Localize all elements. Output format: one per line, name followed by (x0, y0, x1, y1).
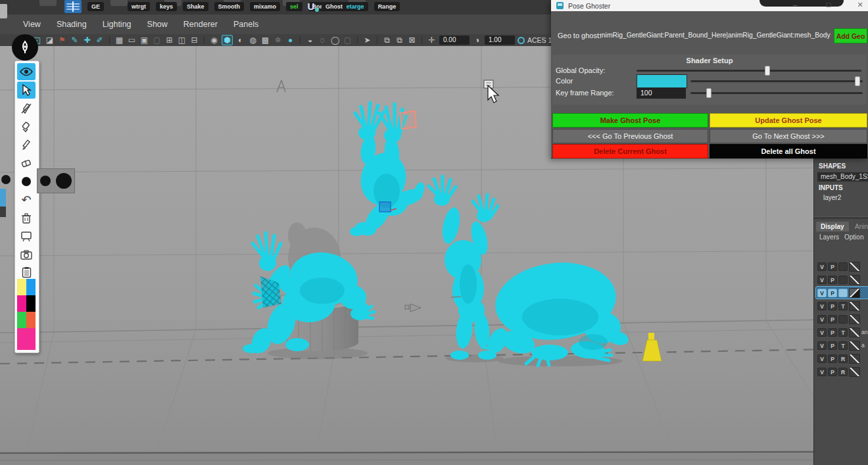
layer-display-type-toggle[interactable]: T (838, 328, 848, 337)
viewport-toolbar-icon[interactable]: ⚑ (57, 36, 67, 45)
exposure-field[interactable]: 0.00 (439, 36, 470, 45)
layer-color-swatch[interactable] (849, 301, 860, 311)
shelf-button[interactable]: Smooth (214, 2, 245, 11)
panel-splitter[interactable] (814, 216, 868, 219)
layer-visibility-toggle[interactable]: V (817, 276, 827, 284)
color-swatch[interactable] (17, 279, 26, 295)
viewport-toolbar-icon[interactable]: ◯ (330, 36, 340, 45)
color-swatch[interactable] (26, 295, 36, 312)
screenshot-camera-icon[interactable] (17, 246, 36, 263)
delete-current-ghost-button[interactable]: Delete Current Ghost (552, 144, 708, 159)
shelf-button-ge[interactable]: GE (87, 2, 104, 11)
layer-playback-toggle[interactable]: P (828, 368, 837, 376)
shelf-icon-clipped[interactable] (110, 0, 128, 6)
viewport-toolbar-icon[interactable] (377, 36, 377, 44)
panel-menu-item[interactable]: Show (147, 20, 168, 29)
display-layer-row[interactable]: V P (816, 287, 868, 299)
viewport-toolbar-icon[interactable]: ▭ (127, 36, 137, 45)
brush-size-icon[interactable] (17, 173, 36, 190)
viewport-toolbar-icon[interactable]: ▢ (152, 36, 162, 45)
viewport-toolbar-icon[interactable]: ✐ (95, 36, 105, 45)
layer-color-swatch[interactable] (849, 354, 860, 364)
viewport-toolbar-icon[interactable]: ⧉ (382, 36, 392, 45)
layer-visibility-toggle[interactable]: V (817, 328, 827, 337)
display-layer-row[interactable]: V P T (816, 300, 868, 312)
make-ghost-pose-button[interactable]: Make Ghost Pose (552, 113, 708, 128)
shelf-button[interactable]: Range (374, 2, 400, 11)
layer-playback-toggle[interactable]: P (828, 328, 837, 337)
layer-display-type-toggle[interactable]: T (838, 302, 848, 310)
viewport-toolbar-icon[interactable]: ✚ (82, 36, 92, 45)
minimize-button[interactable]: – (790, 1, 800, 9)
display-layer-row[interactable]: V P (816, 260, 868, 272)
viewport-toolbar-icon[interactable]: ▦ (114, 36, 124, 45)
tab-anim[interactable]: Anin (850, 222, 868, 232)
gamma-field[interactable]: 1.00 (485, 36, 515, 45)
viewport-toolbar-icon[interactable]: ◒ (305, 36, 315, 45)
maximize-button[interactable]: □ (823, 1, 834, 9)
layer-visibility-toggle[interactable]: V (817, 355, 827, 363)
layer-display-type-toggle[interactable] (838, 315, 848, 324)
viewport-toolbar-icon[interactable]: ◪ (45, 36, 55, 45)
layer-display-type-toggle[interactable]: R (838, 355, 848, 363)
shelf-button[interactable]: wtrgt (128, 2, 150, 11)
whiteboard-icon[interactable] (17, 228, 36, 245)
geo-to-ghost-value[interactable]: ınimRig_GentleGiant:Parent_Bound_Here|an… (600, 32, 831, 39)
viewport-toolbar-icon[interactable]: ➤ (362, 36, 372, 45)
selection-marker-square[interactable] (400, 111, 416, 129)
viewport-toolbar-icon[interactable]: ✎ (70, 36, 80, 45)
viewport-toolbar-icon[interactable] (300, 36, 301, 44)
input-item[interactable]: layer2 (823, 194, 841, 201)
keyframe-range-handle[interactable] (706, 88, 711, 98)
layer-playback-toggle[interactable]: P (828, 262, 837, 271)
viewport-toolbar-icon[interactable]: ▩ (260, 36, 270, 45)
color-slider[interactable] (690, 80, 863, 82)
layer-display-type-toggle[interactable]: R (838, 368, 848, 376)
layer-display-type-toggle[interactable] (838, 262, 848, 271)
layer-visibility-toggle[interactable]: V (817, 315, 827, 324)
ghost-color-swatch[interactable] (637, 74, 687, 88)
gamma-icon[interactable]: ◑ (472, 36, 482, 45)
window-titlebar[interactable]: Pose Ghoster – □ ✕ (551, 0, 868, 11)
viewport-toolbar-icon[interactable]: ◉ (209, 36, 219, 45)
display-layer-row[interactable]: V P R (816, 353, 868, 364)
display-layer-row[interactable]: V P R (816, 366, 868, 378)
layer-playback-toggle[interactable]: P (828, 276, 837, 284)
pencil-icon[interactable] (17, 137, 36, 154)
viewport-toolbar-icon[interactable]: ▢ (343, 36, 352, 45)
highlighter-icon[interactable] (17, 118, 36, 135)
display-layer-row[interactable]: V P (816, 274, 868, 285)
layer-color-swatch[interactable] (849, 262, 860, 272)
layer-color-swatch[interactable] (849, 275, 860, 285)
color-swatch[interactable] (26, 312, 36, 328)
viewport-toolbar-icon[interactable] (204, 36, 205, 44)
exposure-icon[interactable]: ✛ (427, 36, 437, 45)
viewport-toolbar-icon[interactable]: ◌ (318, 36, 327, 45)
viewport-toolbar-icon[interactable]: ◐ (235, 36, 245, 45)
viewport-toolbar-icon[interactable]: ⬢ (222, 35, 233, 45)
layer-visibility-toggle[interactable]: V (817, 302, 827, 310)
layer-visibility-toggle[interactable]: V (817, 341, 827, 350)
view-transform-icon[interactable] (518, 37, 525, 44)
panel-menu-item[interactable]: Renderer (183, 20, 218, 29)
layer-playback-toggle[interactable]: P (828, 315, 837, 324)
display-layer-row[interactable]: V P (816, 313, 868, 325)
shelf-button[interactable]: sel (286, 2, 302, 11)
color-swatch[interactable] (26, 279, 36, 295)
viewport-toolbar-icon[interactable]: ⌾ (273, 36, 283, 45)
go-next-ghost-button[interactable]: Go To Next Ghost >>> (710, 129, 867, 143)
delete-all-ghost-button[interactable]: Delete all Ghost (710, 144, 867, 159)
layer-display-type-toggle[interactable] (838, 276, 848, 284)
go-previous-ghost-button[interactable]: <<< Go To Previous Ghost (552, 129, 708, 143)
layer-playback-toggle[interactable]: P (828, 289, 837, 297)
layer-color-swatch[interactable] (849, 328, 860, 337)
panel-menu-item[interactable]: View (23, 20, 41, 29)
tab-display[interactable]: Display (816, 222, 849, 232)
layer-display-type-toggle[interactable] (838, 289, 848, 297)
color-swatch[interactable] (17, 295, 26, 312)
current-color-swatch[interactable] (17, 328, 36, 350)
viewport-toolbar-icon[interactable]: ● (285, 36, 295, 45)
layer-visibility-toggle[interactable]: V (817, 262, 827, 271)
color-slider-handle[interactable] (855, 76, 860, 86)
magnet-tool-icon[interactable]: U (304, 0, 318, 12)
